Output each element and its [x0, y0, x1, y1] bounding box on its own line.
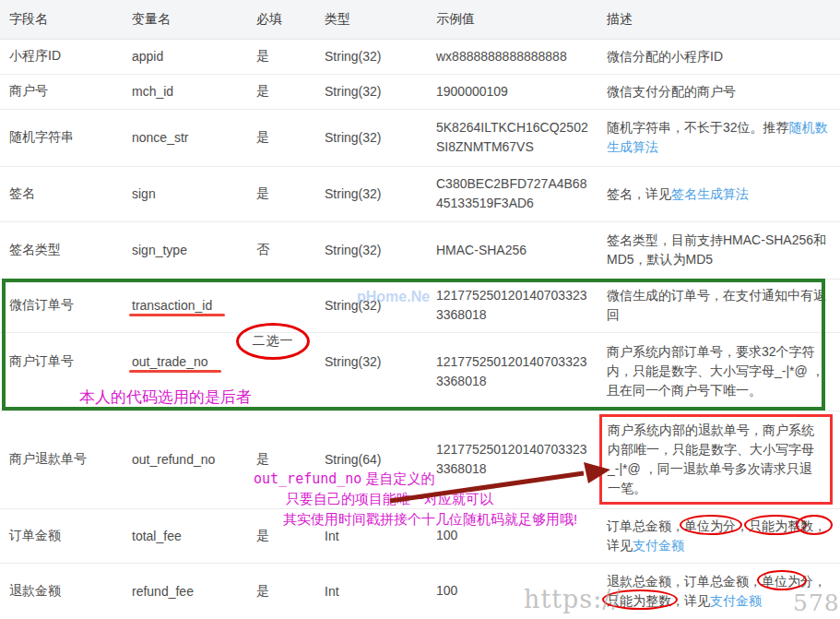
cell-example: HMAC-SHA256 [427, 221, 597, 279]
cell-example: 1900000109 [427, 74, 597, 109]
cell-variable: sign [123, 166, 247, 221]
cell-field: 商户号 [0, 74, 123, 109]
cell-field: 随机字符串 [0, 109, 123, 166]
cell-type: String(32) [315, 279, 427, 332]
cell-type: Int [315, 508, 427, 563]
desc-text: ，详见 [671, 593, 710, 608]
desc-text: 商户系统内部的退款单号，商户系统内部唯一，只能是数字、大小写字母_-|*@ ，同… [608, 423, 814, 495]
cell-desc: 订单总金额，单位为分，只能为整数，详见支付金额 [597, 508, 840, 563]
cell-example: 100 [427, 508, 597, 563]
table-row-refund-fee: 退款金额 refund_fee 是 Int 100 退款总金额，订单总金额，单位… [0, 563, 840, 619]
table-row-total-fee: 订单金额 total_fee 是 Int 100 订单总金额，单位为分，只能为整… [0, 508, 840, 563]
desc-text: 订单总金额， [607, 518, 684, 533]
desc-text: 签名，详见 [607, 186, 671, 201]
cell-type: Int [315, 563, 427, 619]
cell-field: 商户订单号 [0, 332, 123, 411]
underlined-variable: out_trade_no [132, 354, 208, 369]
cell-required: 是 [247, 39, 315, 74]
circled-unit-fen: 单位为分 [684, 518, 736, 533]
link-pay-amount[interactable]: 支付金额 [633, 538, 684, 553]
link-pay-amount[interactable]: 支付金额 [710, 593, 762, 608]
header-required: 必填 [247, 0, 315, 39]
table-row-out-trade-no: 商户订单号 out_trade_no String(32) 1217752501… [0, 332, 840, 411]
cell-variable: total_fee [123, 508, 247, 563]
red-highlight-box: 商户系统内部的退款单号，商户系统内部唯一，只能是数字、大小写字母_-|*@ ，同… [599, 414, 833, 505]
table-row-mch-id: 商户号 mch_id 是 String(32) 1900000109 微信支付分… [0, 74, 840, 109]
cell-example: C380BEC2BFD727A4B6845133519F3AD6 [427, 166, 597, 221]
cell-field: 商户退款单号 [0, 411, 123, 508]
cell-desc: 商户系统内部的退款单号，商户系统内部唯一，只能是数字、大小写字母_-|*@ ，同… [597, 411, 840, 508]
table-row-sign-type: 签名类型 sign_type 否 String(32) HMAC-SHA256 … [0, 221, 840, 279]
header-desc: 描述 [597, 0, 840, 39]
cell-field: 小程序ID [0, 39, 123, 74]
cell-desc: 签名类型，目前支持HMAC-SHA256和MD5，默认为MD5 [597, 221, 840, 279]
cell-example: 1217752501201407033233368018 [427, 279, 597, 332]
cell-variable: appid [123, 39, 247, 74]
cell-required: 是 [247, 563, 315, 619]
circled-integer-2: 数， [800, 518, 826, 533]
cell-required [247, 279, 315, 332]
table-header: 字段名 变量名 必填 类型 示例值 描述 [0, 0, 840, 39]
cell-field: 签名 [0, 166, 123, 221]
cell-desc: 签名，详见签名生成算法 [597, 166, 840, 221]
cell-desc: 微信生成的订单号，在支付通知中有返回 [597, 279, 840, 332]
desc-text: 随机字符串，不长于32位。推荐 [607, 120, 789, 135]
cell-field: 退款金额 [0, 563, 123, 619]
cell-required: 是 [247, 109, 315, 166]
cell-example: wx8888888888888888 [427, 39, 597, 74]
desc-text: 详见 [607, 538, 633, 553]
cell-variable: out_refund_no [123, 411, 247, 508]
cell-type: String(32) [315, 221, 427, 279]
circled-unit-fen: 单位为 [762, 574, 800, 589]
table-row-nonce-str: 随机字符串 nonce_str 是 String(32) 5K8264ILTKC… [0, 109, 840, 166]
circled-integer: 只能为整数 [607, 593, 671, 608]
cell-type: String(32) [315, 332, 427, 411]
cell-variable: sign_type [123, 221, 247, 279]
cell-required: 是 [247, 411, 315, 508]
desc-text: 分， [800, 574, 826, 589]
cell-required: 是 [247, 508, 315, 563]
link-sign-algorithm[interactable]: 签名生成算法 [671, 186, 749, 201]
cell-field: 签名类型 [0, 221, 123, 279]
cell-type: String(64) [315, 411, 427, 508]
api-params-table: 字段名 变量名 必填 类型 示例值 描述 小程序ID appid 是 Strin… [0, 0, 840, 619]
cell-variable: nonce_str [123, 109, 247, 166]
cell-example: 5K8264ILTKCH16CQ2502SI8ZNMTM67VS [427, 109, 597, 166]
header-variable: 变量名 [123, 0, 247, 39]
cell-desc: 微信分配的小程序ID [597, 39, 840, 74]
header-type: 类型 [315, 0, 427, 39]
cell-type: String(32) [315, 109, 427, 166]
cell-required: 否 [247, 221, 315, 279]
desc-text: 退款总金额，订单总金额， [607, 574, 762, 589]
cell-variable: transaction_id [123, 279, 247, 332]
cell-field: 微信订单号 [0, 279, 123, 332]
cell-required: 是 [247, 166, 315, 221]
cell-desc: 商户系统内部订单号，要求32个字符内，只能是数字、大小写字母_-|*@ ，且在同… [597, 332, 840, 411]
cell-type: String(32) [315, 166, 427, 221]
header-field: 字段名 [0, 0, 123, 39]
cell-variable: refund_fee [123, 563, 247, 619]
table-row-appid: 小程序ID appid 是 String(32) wx8888888888888… [0, 39, 840, 74]
table-row-sign: 签名 sign 是 String(32) C380BEC2BFD727A4B68… [0, 166, 840, 221]
cell-example: 100 [427, 563, 597, 619]
cell-desc: 随机字符串，不长于32位。推荐随机数生成算法 [597, 109, 840, 166]
cell-example: 1217752501201407033233368018 [427, 411, 597, 508]
cell-required: 是 [247, 74, 315, 109]
cell-variable: out_trade_no [123, 332, 247, 411]
table-row-out-refund-no: 商户退款单号 out_refund_no 是 String(64) 121775… [0, 411, 840, 508]
cell-variable: mch_id [123, 74, 247, 109]
table-row-transaction-id: 微信订单号 transaction_id String(32) 12177525… [0, 279, 840, 332]
header-example: 示例值 [427, 0, 597, 39]
cell-type: String(32) [315, 39, 427, 74]
cell-desc: 微信支付分配的商户号 [597, 74, 840, 109]
cell-required [247, 332, 315, 411]
underlined-variable: transaction_id [132, 298, 212, 313]
cell-field: 订单金额 [0, 508, 123, 563]
cell-type: String(32) [315, 74, 427, 109]
circled-integer-1: 只能为整 [749, 518, 800, 533]
cell-example: 1217752501201407033233368018 [427, 332, 597, 411]
desc-text: ， [736, 518, 749, 533]
cell-desc: 退款总金额，订单总金额，单位为分，只能为整数，详见支付金额 [597, 563, 840, 619]
